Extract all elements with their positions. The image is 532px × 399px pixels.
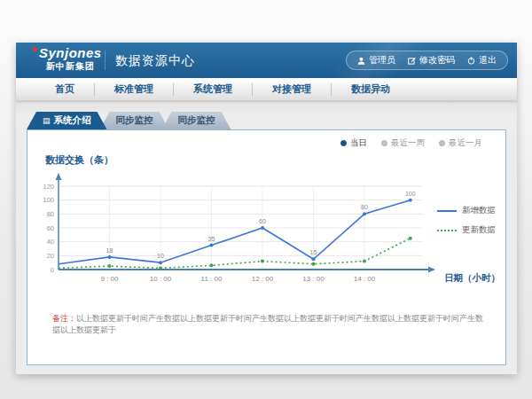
svg-text:20: 20 <box>47 252 54 260</box>
radio-today-label: 当日 <box>350 137 367 149</box>
tab-sync-monitor-1-label: 同步监控 <box>116 114 153 127</box>
user-menu-change-password[interactable]: 修改密码 <box>408 54 455 66</box>
chart-panel: 当日 最近一周 最近一月 数据交换（条） 日期（小时） 020406080100… <box>27 129 506 365</box>
blue-line-sample-icon <box>437 210 457 212</box>
green-line-sample-icon <box>437 230 457 231</box>
content-area: ▤ 系统介绍 同步监控 同步监控 当日 最近一周 <box>16 101 517 373</box>
svg-text:120: 120 <box>43 183 54 191</box>
svg-text:100: 100 <box>43 196 54 204</box>
svg-text:0: 0 <box>51 266 54 274</box>
footnote-prefix: 备注： <box>52 314 76 323</box>
nav-item-standard-mgmt[interactable]: 标准管理 <box>95 82 173 96</box>
svg-text:60: 60 <box>47 224 54 232</box>
nav-item-interface-mgmt[interactable]: 对接管理 <box>253 82 331 96</box>
nav-item-data-change[interactable]: 数据异动 <box>332 82 410 96</box>
logo-brand: Synjones <box>39 46 102 59</box>
user-menu: 管理员 修改密码 退出 <box>346 51 508 70</box>
y-axis-title: 数据交换（条） <box>45 153 113 167</box>
user-menu-logout-label: 退出 <box>479 54 497 66</box>
footnote: 备注：以上数据更新于时间产生数据以上数据更新于时间产生数据以上数据更新于时间产生… <box>52 313 488 335</box>
radio-last-week-label: 最近一周 <box>391 137 425 149</box>
user-menu-admin[interactable]: 管理员 <box>357 54 395 66</box>
logo-red-mark-icon <box>32 46 38 52</box>
radio-last-week[interactable]: 最近一周 <box>381 137 425 149</box>
tab-system-intro[interactable]: ▤ 系统介绍 <box>27 112 107 129</box>
logo: Synjones 新中新集团 <box>39 46 102 71</box>
svg-text:80: 80 <box>361 204 368 210</box>
document-icon: ▤ <box>43 117 51 125</box>
legend-new-data[interactable]: 新增数据 <box>437 205 496 216</box>
user-menu-logout[interactable]: 退出 <box>467 54 497 66</box>
svg-text:40: 40 <box>47 238 54 246</box>
radio-dot-icon <box>381 140 387 146</box>
svg-text:35: 35 <box>208 236 215 242</box>
tab-sync-monitor-1[interactable]: 同步监控 <box>100 112 169 129</box>
svg-text:10 : 00: 10 : 00 <box>150 275 172 283</box>
series-legend: 新增数据 更新数据 <box>437 205 496 236</box>
radio-dot-icon <box>340 140 347 146</box>
tab-bar: ▤ 系统介绍 同步监控 同步监控 <box>27 112 517 129</box>
range-filter: 当日 最近一周 最近一月 <box>340 137 482 149</box>
legend-updated-data[interactable]: 更新数据 <box>437 224 496 236</box>
tab-system-intro-label: 系统介绍 <box>54 114 91 127</box>
svg-text:80: 80 <box>47 210 54 218</box>
radio-last-month[interactable]: 最近一月 <box>439 137 482 149</box>
page-title: 数据资源中心 <box>115 53 195 69</box>
svg-text:100: 100 <box>405 191 416 197</box>
svg-text:10: 10 <box>157 253 164 259</box>
app-window: Synjones 新中新集团 数据资源中心 管理员 修改密码 退出 首页 标准管… <box>16 43 517 374</box>
tab-sync-monitor-2[interactable]: 同步监控 <box>162 112 231 129</box>
svg-text:14 : 00: 14 : 00 <box>354 275 376 283</box>
header: Synjones 新中新集团 数据资源中心 管理员 修改密码 退出 <box>16 43 517 78</box>
user-icon <box>357 57 365 65</box>
nav-item-home[interactable]: 首页 <box>35 82 94 96</box>
nav-item-system-mgmt[interactable]: 系统管理 <box>174 82 252 96</box>
svg-text:13 : 00: 13 : 00 <box>302 275 325 283</box>
header-divider <box>105 51 106 70</box>
svg-text:12 : 00: 12 : 00 <box>252 275 274 283</box>
svg-text:60: 60 <box>259 218 266 224</box>
legend-new-data-label: 新增数据 <box>462 205 496 216</box>
radio-today[interactable]: 当日 <box>340 137 367 149</box>
x-axis-title: 日期（小时） <box>444 272 500 285</box>
svg-text:18: 18 <box>106 247 113 254</box>
main-nav: 首页 标准管理 系统管理 对接管理 数据异动 <box>16 78 517 101</box>
logo-subtitle: 新中新集团 <box>39 62 102 71</box>
svg-text:11 : 00: 11 : 00 <box>201 275 223 283</box>
power-icon <box>467 57 475 65</box>
radio-dot-icon <box>439 140 445 146</box>
radio-last-month-label: 最近一月 <box>449 137 482 149</box>
edit-icon <box>408 57 416 65</box>
footnote-text: 以上数据更新于时间产生数据以上数据更新于时间产生数据以上数据更新于时间产生数据以… <box>52 314 483 334</box>
tab-sync-monitor-2-label: 同步监控 <box>178 114 215 127</box>
svg-text:9 : 00: 9 : 00 <box>100 275 119 283</box>
legend-updated-data-label: 更新数据 <box>462 224 496 236</box>
user-menu-change-password-label: 修改密码 <box>419 54 455 66</box>
svg-text:15: 15 <box>310 249 317 255</box>
user-menu-admin-label: 管理员 <box>369 54 395 66</box>
